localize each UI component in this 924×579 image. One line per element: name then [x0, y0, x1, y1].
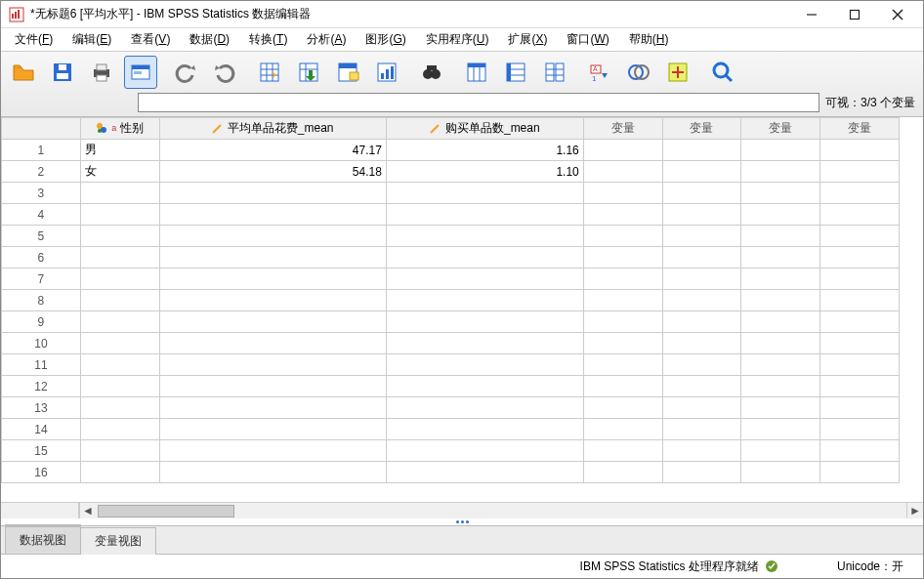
cell-empty[interactable] — [662, 247, 741, 269]
cell-empty[interactable] — [583, 354, 662, 376]
cell-empty[interactable] — [583, 419, 662, 440]
cell-gender[interactable] — [80, 440, 159, 462]
cell-avg-count[interactable] — [386, 462, 583, 483]
cell-empty[interactable] — [583, 140, 662, 161]
cell-empty[interactable] — [741, 226, 820, 247]
row-header[interactable]: 15 — [2, 440, 81, 462]
cell-empty[interactable] — [662, 204, 741, 226]
cell-empty[interactable] — [741, 462, 820, 483]
cell-avg-count[interactable] — [386, 376, 583, 397]
goto-variable-button[interactable] — [292, 56, 325, 89]
row-header[interactable]: 7 — [2, 269, 81, 290]
menu-data[interactable]: 数据(D) — [180, 28, 239, 51]
cell-empty[interactable] — [583, 161, 662, 183]
cell-empty[interactable] — [583, 183, 662, 204]
goto-case-button[interactable] — [253, 56, 286, 89]
cell-empty[interactable] — [741, 311, 820, 333]
horizontal-scrollbar[interactable]: ◄ ► — [1, 502, 923, 518]
menu-extensions[interactable]: 扩展(X) — [498, 28, 557, 51]
cell-avg-price[interactable] — [159, 311, 386, 333]
cell-avg-price[interactable] — [159, 397, 386, 419]
cell-avg-count[interactable] — [386, 440, 583, 462]
save-button[interactable] — [46, 56, 79, 89]
menu-utilities[interactable]: 实用程序(U) — [416, 28, 499, 51]
scroll-left-arrow[interactable]: ◄ — [79, 503, 96, 518]
cell-empty[interactable] — [583, 311, 662, 333]
column-header-empty[interactable]: 变量 — [741, 118, 820, 140]
cell-empty[interactable] — [741, 269, 820, 290]
cell-avg-count[interactable] — [386, 269, 583, 290]
row-header[interactable]: 8 — [2, 290, 81, 311]
row-header[interactable]: 11 — [2, 354, 81, 376]
cell-avg-price[interactable]: 47.17 — [159, 140, 386, 161]
cell-empty[interactable] — [741, 440, 820, 462]
redo-button[interactable] — [208, 56, 241, 89]
cell-gender[interactable] — [80, 462, 159, 483]
split-file-button[interactable] — [538, 56, 571, 89]
cell-avg-count[interactable] — [386, 354, 583, 376]
cell-empty[interactable] — [583, 333, 662, 354]
cell-empty[interactable] — [820, 333, 900, 354]
cell-avg-price[interactable] — [159, 333, 386, 354]
cell-empty[interactable] — [741, 290, 820, 311]
cell-gender[interactable] — [80, 226, 159, 247]
cell-avg-count[interactable] — [386, 226, 583, 247]
row-header[interactable]: 2 — [2, 161, 81, 183]
cell-empty[interactable] — [820, 311, 900, 333]
cell-avg-price[interactable] — [159, 183, 386, 204]
cell-empty[interactable] — [820, 161, 900, 183]
insert-cases-button[interactable] — [460, 56, 493, 89]
cell-empty[interactable] — [583, 204, 662, 226]
cell-avg-count[interactable]: 1.16 — [386, 140, 583, 161]
cell-empty[interactable] — [662, 440, 741, 462]
cell-avg-price[interactable]: 54.18 — [159, 161, 386, 183]
cell-empty[interactable] — [741, 397, 820, 419]
cell-empty[interactable] — [820, 247, 900, 269]
cell-empty[interactable] — [662, 226, 741, 247]
cell-empty[interactable] — [741, 140, 820, 161]
cell-avg-count[interactable] — [386, 333, 583, 354]
cell-gender[interactable] — [80, 376, 159, 397]
menu-file[interactable]: 文件(F) — [5, 28, 63, 51]
cell-empty[interactable] — [820, 183, 900, 204]
use-sets-button[interactable] — [622, 56, 655, 89]
cell-gender[interactable] — [80, 247, 159, 269]
cell-avg-price[interactable] — [159, 204, 386, 226]
cell-empty[interactable] — [662, 183, 741, 204]
row-header[interactable]: 4 — [2, 204, 81, 226]
cell-empty[interactable] — [662, 140, 741, 161]
menu-help[interactable]: 帮助(H) — [619, 28, 679, 51]
cell-avg-count[interactable]: 1.10 — [386, 161, 583, 183]
cell-avg-price[interactable] — [159, 290, 386, 311]
maximize-button[interactable] — [833, 1, 876, 28]
menu-analyze[interactable]: 分析(A) — [297, 28, 356, 51]
row-header[interactable]: 6 — [2, 247, 81, 269]
scroll-right-arrow[interactable]: ► — [906, 503, 923, 518]
cell-gender[interactable] — [80, 183, 159, 204]
cell-gender[interactable] — [80, 333, 159, 354]
menu-edit[interactable]: 编辑(E) — [63, 28, 121, 51]
cell-empty[interactable] — [583, 376, 662, 397]
cell-avg-price[interactable] — [159, 419, 386, 440]
tab-data-view[interactable]: 数据视图 — [5, 524, 81, 554]
cell-gender[interactable] — [80, 269, 159, 290]
row-header[interactable]: 5 — [2, 226, 81, 247]
cell-empty[interactable] — [662, 161, 741, 183]
cell-empty[interactable] — [741, 419, 820, 440]
cell-empty[interactable] — [583, 226, 662, 247]
menu-transform[interactable]: 转换(T) — [239, 28, 297, 51]
cell-empty[interactable] — [583, 269, 662, 290]
column-header-empty[interactable]: 变量 — [820, 118, 900, 140]
cell-empty[interactable] — [820, 462, 900, 483]
cell-empty[interactable] — [820, 226, 900, 247]
close-button[interactable] — [876, 1, 919, 28]
cell-empty[interactable] — [662, 333, 741, 354]
cell-empty[interactable] — [741, 247, 820, 269]
corner-cell[interactable] — [2, 118, 81, 140]
cell-empty[interactable] — [820, 354, 900, 376]
menu-graphs[interactable]: 图形(G) — [356, 28, 415, 51]
cell-empty[interactable] — [741, 204, 820, 226]
cell-empty[interactable] — [662, 269, 741, 290]
cell-avg-count[interactable] — [386, 311, 583, 333]
cell-empty[interactable] — [662, 419, 741, 440]
